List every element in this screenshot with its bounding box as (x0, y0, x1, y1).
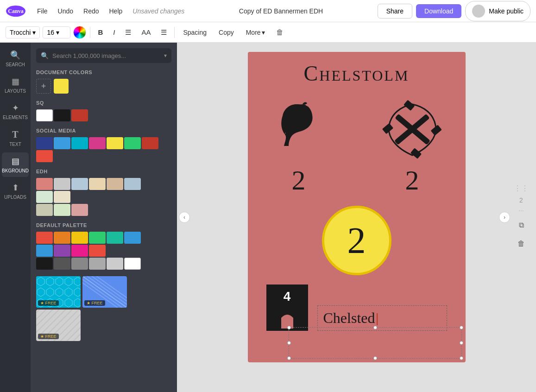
sidebar-label-search: SEARCH (6, 62, 25, 67)
delete-button[interactable]: 🗑 (272, 26, 287, 38)
swatch-def-5[interactable] (107, 232, 123, 244)
sidebar-item-layouts[interactable]: ▦ LAYOUTS (2, 73, 29, 97)
search-dropdown-icon[interactable]: ▾ (164, 52, 167, 59)
bold-button[interactable]: B (94, 26, 107, 38)
card[interactable]: Chelstolm (248, 52, 466, 362)
download-button[interactable]: Download (416, 4, 461, 18)
sidebar-label-elements: ELEMENTS (3, 115, 28, 120)
font-size-select[interactable]: 16 ▾ (43, 26, 70, 38)
text-color-picker[interactable] (73, 26, 86, 39)
bg-thumb-1[interactable]: ★ FREE (36, 276, 81, 308)
list-button[interactable]: ☰ (157, 26, 170, 38)
swatch-edh-1[interactable] (36, 178, 53, 190)
sidebar-item-text[interactable]: T TEXT (2, 126, 29, 151)
canvas-scroll-left[interactable]: ‹ (179, 212, 190, 223)
canvas-scroll-right[interactable]: › (499, 212, 510, 223)
swatch-edh-7[interactable] (36, 191, 53, 203)
swatch-sm-1[interactable] (36, 137, 53, 149)
duplicate-button[interactable]: ⧉ (514, 218, 529, 233)
swatch-def-8[interactable] (54, 245, 70, 257)
delete-element-button[interactable]: 🗑 (514, 236, 529, 251)
redo-menu[interactable]: Redo (80, 6, 102, 17)
swatch-def-10[interactable] (89, 245, 106, 257)
swatch-edh-3[interactable] (71, 178, 88, 190)
palette-sq: SQ (36, 100, 171, 121)
bg-thumb-3[interactable]: ★ FREE (36, 310, 81, 341)
swatch-edh-6[interactable] (124, 178, 141, 190)
center-circle: 2 (322, 206, 391, 275)
color-swatch-yellow[interactable] (54, 79, 69, 94)
swatch-gray-2[interactable] (54, 258, 70, 270)
search-bar[interactable]: 🔍 ▾ (36, 48, 171, 63)
swatch-edh-10[interactable] (54, 204, 70, 216)
swatch-def-4[interactable] (89, 232, 106, 244)
make-public-button[interactable]: Make public (465, 1, 530, 21)
swatch-sm-3[interactable] (71, 137, 88, 149)
trash-icon: 🗑 (517, 240, 525, 248)
swatch-def-7[interactable] (36, 245, 53, 257)
svg-rect-21 (410, 148, 421, 159)
spacing-button[interactable]: Spacing (178, 27, 211, 38)
swatch-def-6[interactable] (124, 232, 141, 244)
swatch-edh-5[interactable] (107, 178, 123, 190)
sidebar-item-elements[interactable]: ✦ ELEMENTS (2, 99, 29, 124)
swatch-gray-5[interactable] (107, 258, 123, 270)
swatch-sm-5[interactable] (107, 137, 123, 149)
search-icon: 🔍 (10, 50, 20, 60)
italic-button[interactable]: I (109, 26, 119, 38)
swatch-def-2[interactable] (54, 232, 70, 244)
swatch-sm-2[interactable] (54, 137, 70, 149)
swatch-gray-3[interactable] (71, 258, 88, 270)
swatch-gray-6[interactable] (124, 258, 141, 270)
sidebar-item-search[interactable]: 🔍 SEARCH (2, 46, 29, 71)
swatch-edh-2[interactable] (54, 178, 70, 190)
svg-rect-18 (382, 123, 393, 134)
bg-thumbnails: ★ FREE ★ FREE (36, 276, 171, 341)
bg-thumb-2[interactable]: ★ FREE (82, 276, 127, 308)
sidebar-item-background[interactable]: ▤ BKGROUND (2, 152, 29, 177)
swatch-sm-7[interactable] (142, 137, 158, 149)
add-color-button[interactable]: + (36, 79, 51, 94)
share-button[interactable]: Share (378, 4, 412, 19)
right-tools: ⋮⋮ 2 ⋯ ⧉ 🗑 (514, 184, 529, 251)
search-input[interactable] (52, 52, 160, 59)
free-badge-2: ★ FREE (84, 300, 105, 306)
swatch-gray-4[interactable] (89, 258, 106, 270)
svg-rect-23 (269, 291, 277, 301)
swatch-sq-white[interactable] (36, 109, 53, 121)
sidebar-item-uploads[interactable]: ⬆ UPLOADS (2, 179, 29, 203)
file-menu[interactable]: File (33, 6, 51, 17)
canvas-area[interactable]: ‹ Chelstolm (177, 43, 536, 392)
align-button[interactable]: ☰ (121, 26, 135, 38)
font-case-button[interactable]: AA (138, 26, 154, 38)
free-badge-3: ★ FREE (38, 334, 59, 339)
swatch-edh-4[interactable] (89, 178, 106, 190)
more-label: More (246, 29, 261, 36)
swatch-def-9[interactable] (71, 245, 88, 257)
more-button[interactable]: More ▾ (241, 27, 270, 38)
help-menu[interactable]: Help (106, 6, 126, 17)
swatch-def-3[interactable] (71, 232, 88, 244)
swatch-sm-6[interactable] (124, 137, 141, 149)
font-chevron-icon: ▾ (32, 29, 36, 36)
copy-button[interactable]: Copy (214, 27, 239, 38)
card-text-box[interactable]: Chelsted | (317, 305, 447, 331)
swatch-sm-8[interactable] (36, 150, 53, 162)
separator-2 (174, 27, 175, 38)
swatch-def-1[interactable] (36, 232, 53, 244)
panel: 🔍 ▾ DOCUMENT COLORS + SQ SOCIAL MEDIA (31, 43, 177, 392)
swatch-sq-black[interactable] (54, 109, 70, 121)
swatch-sm-4[interactable] (89, 137, 106, 149)
swatch-edh-9[interactable] (36, 204, 53, 216)
swatch-sq-red[interactable] (71, 109, 88, 121)
font-family-select[interactable]: Trocchi ▾ (6, 26, 40, 38)
palette-edh-row3 (36, 204, 171, 216)
undo-menu[interactable]: Undo (54, 6, 77, 17)
menu-bar: File Undo Redo Help (33, 6, 126, 17)
castle-num: 4 (284, 289, 291, 304)
swatch-gray-1[interactable] (36, 258, 53, 270)
swatch-edh-8[interactable] (54, 191, 70, 203)
align-icon: ☰ (125, 28, 131, 36)
separator-1 (90, 27, 90, 38)
swatch-edh-11[interactable] (71, 204, 88, 216)
